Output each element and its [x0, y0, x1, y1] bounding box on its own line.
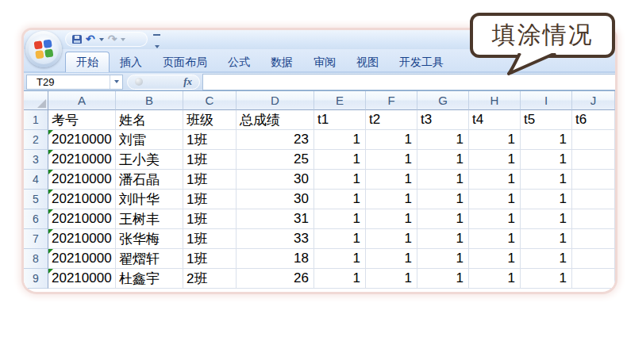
column-header-I[interactable]: I	[521, 91, 572, 110]
cell-J7[interactable]	[572, 229, 615, 249]
row-header-4[interactable]: 4	[24, 170, 48, 190]
cell-I6[interactable]: 1	[521, 209, 572, 229]
cell-H4[interactable]: 1	[469, 170, 521, 190]
cell-I8[interactable]: 1	[521, 249, 572, 269]
cell-I1[interactable]: t5	[521, 110, 572, 130]
cell-D9[interactable]: 26	[237, 269, 314, 289]
cell-I5[interactable]: 1	[521, 190, 572, 209]
column-header-E[interactable]: E	[314, 91, 366, 110]
cell-G7[interactable]: 1	[417, 229, 469, 249]
cell-I7[interactable]: 1	[521, 229, 572, 249]
cell-B3[interactable]: 王小美	[116, 150, 183, 170]
tab-6[interactable]: 审阅	[303, 53, 346, 71]
row-header-3[interactable]: 3	[24, 150, 48, 170]
cell-C4[interactable]: 1班	[183, 170, 237, 190]
cell-H2[interactable]: 1	[469, 130, 521, 150]
cell-G6[interactable]: 1	[417, 209, 469, 229]
cell-A5[interactable]: 20210000	[48, 190, 116, 209]
save-icon[interactable]	[72, 35, 82, 44]
cell-G4[interactable]: 1	[417, 170, 469, 190]
cell-E7[interactable]: 1	[314, 229, 366, 249]
cell-A9[interactable]: 20210000	[48, 269, 116, 289]
cell-J9[interactable]	[572, 269, 615, 289]
cell-G1[interactable]: t3	[417, 110, 469, 130]
row-header-1[interactable]: 1	[24, 110, 48, 130]
cell-F7[interactable]: 1	[366, 229, 417, 249]
name-box-dropdown-icon[interactable]	[110, 75, 119, 89]
cell-D7[interactable]: 33	[237, 229, 314, 249]
cell-E5[interactable]: 1	[314, 190, 366, 209]
cell-I3[interactable]: 1	[521, 150, 572, 170]
cell-D2[interactable]: 23	[237, 130, 314, 150]
cell-I4[interactable]: 1	[521, 170, 572, 190]
cell-B6[interactable]: 王树丰	[116, 209, 183, 229]
cell-F1[interactable]: t2	[366, 110, 417, 130]
cell-H5[interactable]: 1	[469, 190, 521, 209]
cell-D6[interactable]: 31	[237, 209, 314, 229]
cell-J3[interactable]	[572, 150, 615, 170]
cell-G9[interactable]: 1	[417, 269, 469, 289]
cell-J8[interactable]	[572, 249, 615, 269]
tab-7[interactable]: 视图	[346, 53, 389, 71]
cell-C2[interactable]: 1班	[183, 130, 237, 150]
undo-dropdown-icon[interactable]	[99, 38, 104, 41]
cell-G3[interactable]: 1	[417, 150, 469, 170]
cell-J2[interactable]	[572, 130, 615, 150]
cell-F5[interactable]: 1	[366, 190, 417, 209]
cell-A7[interactable]: 20210000	[48, 229, 116, 249]
cell-J6[interactable]	[572, 209, 615, 229]
cell-A8[interactable]: 20210000	[48, 249, 116, 269]
tab-3[interactable]: 页面布局	[152, 53, 217, 71]
column-header-B[interactable]: B	[116, 91, 183, 110]
undo-icon[interactable]: ↶	[86, 33, 95, 46]
cell-D4[interactable]: 30	[237, 170, 314, 190]
cell-G5[interactable]: 1	[417, 190, 469, 209]
cell-C6[interactable]: 1班	[183, 209, 237, 229]
cell-D8[interactable]: 18	[237, 249, 314, 269]
cell-H8[interactable]: 1	[469, 249, 521, 269]
column-header-H[interactable]: H	[469, 91, 521, 110]
cell-F3[interactable]: 1	[366, 150, 417, 170]
cell-G2[interactable]: 1	[417, 130, 469, 150]
cell-I2[interactable]: 1	[521, 130, 572, 150]
cell-C5[interactable]: 1班	[183, 190, 237, 209]
fx-icon[interactable]: fx	[183, 75, 192, 88]
tab-8[interactable]: 开发工具	[389, 53, 454, 71]
cell-G8[interactable]: 1	[417, 249, 469, 269]
cell-E1[interactable]: t1	[314, 110, 366, 130]
insert-function-ball-icon[interactable]	[135, 78, 143, 86]
row-header-6[interactable]: 6	[24, 209, 48, 229]
cell-D1[interactable]: 总成绩	[237, 110, 314, 130]
office-button[interactable]	[25, 31, 62, 67]
cell-I9[interactable]: 1	[521, 269, 572, 289]
cell-H6[interactable]: 1	[469, 209, 521, 229]
cell-C8[interactable]: 1班	[183, 249, 237, 269]
cell-D3[interactable]: 25	[237, 150, 314, 170]
column-header-J[interactable]: J	[572, 91, 615, 110]
column-header-D[interactable]: D	[237, 91, 314, 110]
cell-B1[interactable]: 姓名	[116, 110, 183, 130]
name-box[interactable]: T29	[26, 75, 123, 90]
tab-5[interactable]: 数据	[260, 53, 303, 71]
row-header-5[interactable]: 5	[24, 190, 48, 209]
cell-D5[interactable]: 30	[237, 190, 314, 209]
cell-H9[interactable]: 1	[469, 269, 521, 289]
cell-E9[interactable]: 1	[314, 269, 366, 289]
cell-C9[interactable]: 2班	[183, 269, 237, 289]
column-header-G[interactable]: G	[417, 91, 469, 110]
cell-F9[interactable]: 1	[366, 269, 417, 289]
tab-1[interactable]: 开始	[65, 52, 110, 72]
redo-icon[interactable]: ↷	[108, 33, 117, 46]
column-header-F[interactable]: F	[366, 91, 417, 110]
cell-B5[interactable]: 刘叶华	[116, 190, 183, 209]
cell-A1[interactable]: 考号	[48, 110, 116, 130]
tab-4[interactable]: 公式	[217, 53, 260, 71]
row-header-9[interactable]: 9	[24, 269, 48, 289]
cell-C3[interactable]: 1班	[183, 150, 237, 170]
cell-B4[interactable]: 潘石晶	[116, 170, 183, 190]
cell-B8[interactable]: 翟熠轩	[116, 249, 183, 269]
cell-J1[interactable]: t6	[572, 110, 615, 130]
cell-A4[interactable]: 20210000	[48, 170, 116, 190]
cell-E2[interactable]: 1	[314, 130, 366, 150]
cell-H1[interactable]: t4	[469, 110, 521, 130]
